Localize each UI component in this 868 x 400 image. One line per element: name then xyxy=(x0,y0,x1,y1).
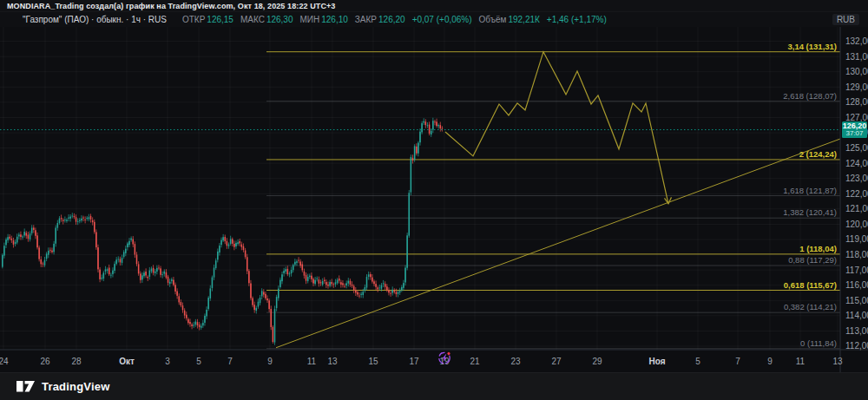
svg-text:27: 27 xyxy=(551,357,562,366)
svg-text:7: 7 xyxy=(227,357,233,366)
svg-text:21: 21 xyxy=(470,357,480,366)
volume-value: 192,21К xyxy=(508,15,539,24)
current-price-label: 126,2037:07 xyxy=(842,121,867,138)
svg-text:26: 26 xyxy=(40,357,50,366)
svg-text:130,00: 130,00 xyxy=(845,67,868,76)
svg-text:1,618 (121,87): 1,618 (121,87) xyxy=(783,186,837,195)
attribution-text: MONDIARA_Trading создал(а) график на Tra… xyxy=(7,2,335,10)
svg-text:129,00: 129,00 xyxy=(845,82,868,92)
ascending-trendline[interactable] xyxy=(276,139,840,348)
svg-text:37:07: 37:07 xyxy=(845,129,864,137)
tradingview-chart-snapshot: MONDIARA_Trading создал(а) график на Tra… xyxy=(0,0,868,400)
svg-text:0,88 (117,29): 0,88 (117,29) xyxy=(788,255,837,265)
svg-text:131,00: 131,00 xyxy=(845,52,868,62)
svg-text:116,00: 116,00 xyxy=(845,280,868,290)
svg-text:121,00: 121,00 xyxy=(845,204,868,213)
svg-text:120,00: 120,00 xyxy=(845,220,868,229)
close-label: ЗАКР xyxy=(355,15,377,24)
svg-text:5: 5 xyxy=(196,357,201,366)
volume-change: +1,46 (+1,17%) xyxy=(547,15,607,24)
low-label: МИН xyxy=(299,15,319,24)
svg-text:1,382 (120,41): 1,382 (120,41) xyxy=(783,207,837,217)
price-change: +0,07 (+0,06%) xyxy=(412,15,472,24)
svg-text:24: 24 xyxy=(0,357,9,366)
tradingview-logo-icon[interactable] xyxy=(16,379,36,394)
svg-text:118,00: 118,00 xyxy=(845,250,868,259)
svg-text:28: 28 xyxy=(71,357,82,366)
grid-lines xyxy=(0,27,840,350)
svg-text:0,382 (114,21): 0,382 (114,21) xyxy=(784,302,837,311)
svg-text:7: 7 xyxy=(735,357,740,366)
svg-text:5: 5 xyxy=(695,357,700,366)
svg-text:11: 11 xyxy=(796,357,806,366)
svg-text:3: 3 xyxy=(165,357,170,366)
svg-text:0 (111,84): 0 (111,84) xyxy=(800,338,837,348)
footer-bar: TradingView xyxy=(0,372,868,400)
svg-text:126,20: 126,20 xyxy=(843,121,867,130)
fib-extension-lines[interactable] xyxy=(266,52,840,349)
forecast-zigzag[interactable] xyxy=(445,52,672,204)
high-value: 126,30 xyxy=(266,15,293,24)
svg-text:112,00: 112,00 xyxy=(845,341,868,351)
svg-text:2,618 (128,07): 2,618 (128,07) xyxy=(783,91,837,101)
svg-text:15: 15 xyxy=(368,357,378,366)
svg-text:123,00: 123,00 xyxy=(845,174,868,183)
open-label: ОТКР xyxy=(182,15,205,24)
svg-text:132,00: 132,00 xyxy=(845,36,868,46)
time-axis[interactable]: 242628Окт3579111315171921232729Ноя579111… xyxy=(0,357,843,366)
chart-area[interactable]: 3,14 (131,31)2,618 (128,07)2 (124,24)1,6… xyxy=(0,27,868,372)
svg-text:125,00: 125,00 xyxy=(845,143,868,153)
price-axis[interactable]: 132,00131,00130,00129,00128,00127,00126,… xyxy=(845,36,868,351)
svg-text:13: 13 xyxy=(327,357,338,366)
svg-text:1 (118,04): 1 (118,04) xyxy=(799,244,837,253)
currency-badge[interactable]: RUB xyxy=(832,14,859,25)
svg-text:122,00: 122,00 xyxy=(845,189,868,199)
svg-text:29: 29 xyxy=(592,357,602,366)
low-value: 126,10 xyxy=(321,15,348,24)
svg-text:17: 17 xyxy=(409,357,419,366)
svg-text:113,00: 113,00 xyxy=(845,326,868,336)
svg-text:119,00: 119,00 xyxy=(845,234,868,244)
symbol-info-bar: "Газпром" (ПАО) · обыкн. · 1ч · RUS ОТКР… xyxy=(0,12,868,27)
tradingview-wordmark[interactable]: TradingView xyxy=(42,380,110,393)
svg-text:124,00: 124,00 xyxy=(845,159,868,168)
attribution-bar: MONDIARA_Trading создал(а) график на Tra… xyxy=(0,0,868,12)
svg-text:117,00: 117,00 xyxy=(845,266,868,275)
price-chart-canvas[interactable]: 3,14 (131,31)2,618 (128,07)2 (124,24)1,6… xyxy=(0,27,868,372)
svg-text:115,00: 115,00 xyxy=(845,296,868,305)
symbol-title[interactable]: "Газпром" (ПАО) · обыкн. · 1ч · RUS xyxy=(23,15,167,24)
svg-text:114,00: 114,00 xyxy=(845,311,868,320)
high-label: МАКС xyxy=(240,15,265,24)
svg-text:23: 23 xyxy=(510,357,521,366)
svg-text:0,618 (115,67): 0,618 (115,67) xyxy=(784,280,837,290)
svg-text:2 (124,24): 2 (124,24) xyxy=(799,149,837,159)
svg-text:Ноя: Ноя xyxy=(648,357,665,366)
svg-text:9: 9 xyxy=(767,357,773,366)
svg-text:3,14 (131,31): 3,14 (131,31) xyxy=(787,42,837,51)
svg-text:9: 9 xyxy=(267,357,273,366)
svg-text:11: 11 xyxy=(307,357,317,366)
svg-text:13: 13 xyxy=(832,357,843,366)
svg-text:Окт: Окт xyxy=(119,357,135,366)
close-value: 126,20 xyxy=(378,15,405,24)
volume-label: Объём xyxy=(479,15,507,24)
svg-text:128,00: 128,00 xyxy=(845,97,868,107)
open-value: 126,15 xyxy=(207,15,233,24)
